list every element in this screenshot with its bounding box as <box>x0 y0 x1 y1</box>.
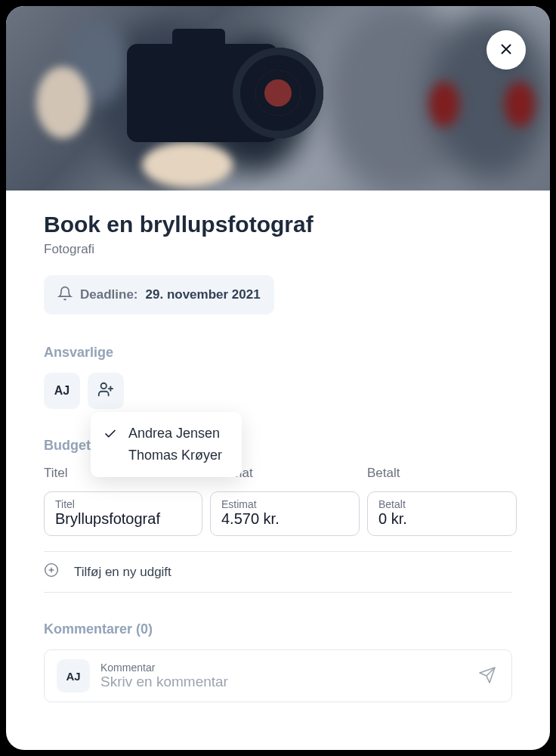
column-header-paid: Betalt <box>367 466 517 481</box>
budget-row: Titel Estimat Betalt <box>44 491 512 536</box>
check-icon <box>103 426 118 442</box>
comment-input[interactable] <box>100 674 465 690</box>
title-field[interactable]: Titel <box>44 491 202 536</box>
deadline-label: Deadline: <box>80 287 138 302</box>
svg-point-0 <box>101 383 107 389</box>
close-icon <box>498 41 514 60</box>
deadline-pill[interactable]: Deadline: 29. november 2021 <box>44 275 274 314</box>
field-label: Titel <box>55 498 191 510</box>
add-expense-label: Tilføj en ny udgift <box>74 565 171 580</box>
paid-input[interactable] <box>378 510 505 528</box>
commenter-avatar: AJ <box>57 659 90 692</box>
task-modal: Book en bryllupsfotograf Fotografi Deadl… <box>6 6 550 750</box>
field-label: Estimat <box>221 498 348 510</box>
close-button[interactable] <box>486 30 526 70</box>
estimate-input[interactable] <box>221 510 348 528</box>
add-expense-button[interactable]: Tilføj en ny udgift <box>44 551 512 593</box>
comment-field-label: Kommentar <box>100 662 465 674</box>
task-title: Book en bryllupsfotograf <box>44 212 512 237</box>
assignee-option-label: Thomas Krøyer <box>128 448 222 463</box>
estimate-field[interactable]: Estimat <box>210 491 360 536</box>
title-input[interactable] <box>55 510 191 528</box>
assignee-option[interactable]: Andrea Jensen <box>103 423 230 445</box>
user-plus-icon <box>97 381 114 401</box>
hero-image <box>6 6 550 191</box>
assignee-dropdown: Andrea Jensen Thomas Krøyer <box>91 412 242 477</box>
comments-heading: Kommentarer (0) <box>44 621 512 637</box>
paid-field[interactable]: Betalt <box>367 491 517 536</box>
add-assignee-button[interactable] <box>88 373 124 409</box>
assignees-heading: Ansvarlige <box>44 345 512 361</box>
comment-composer: AJ Kommentar <box>44 649 512 702</box>
bell-icon <box>57 286 73 304</box>
field-label: Betalt <box>378 498 505 510</box>
deadline-value: 29. november 2021 <box>146 287 261 302</box>
assignee-avatar[interactable]: AJ <box>44 373 80 409</box>
assignee-option-label: Andrea Jensen <box>128 426 220 442</box>
plus-circle-icon <box>44 562 59 581</box>
paper-plane-icon <box>478 675 496 686</box>
task-category: Fotografi <box>44 242 512 257</box>
assignee-option[interactable]: Thomas Krøyer <box>103 445 230 466</box>
send-comment-button[interactable] <box>475 663 499 689</box>
